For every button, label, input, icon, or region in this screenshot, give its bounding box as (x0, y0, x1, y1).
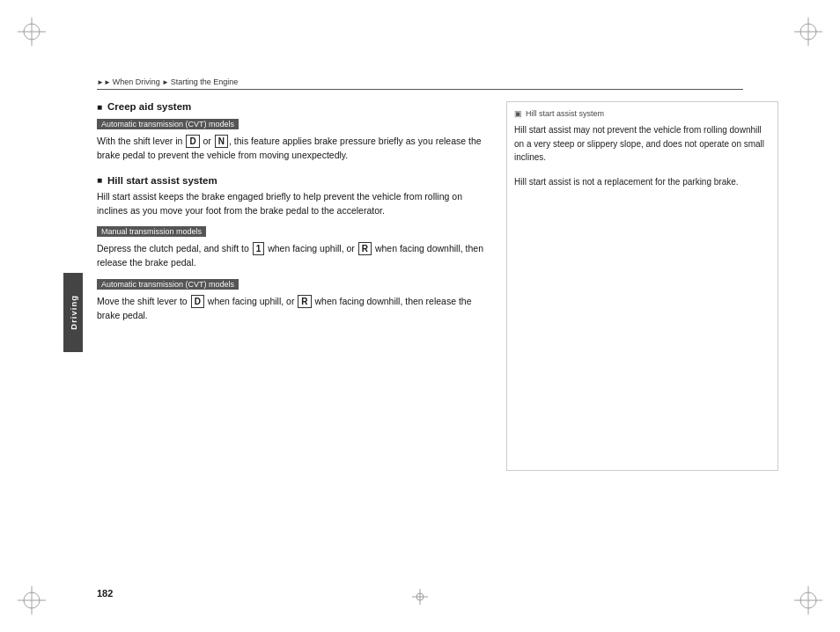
top-rule (97, 89, 743, 90)
hill-start-manual-badge: Manual transmission models (97, 226, 206, 237)
bottom-center-mark (411, 588, 429, 607)
side-tab-label: Driving (69, 295, 78, 330)
right-panel-inner: ▣ Hill start assist system Hill start as… (507, 102, 777, 206)
hill-start-title: Hill start assist system (97, 175, 493, 186)
hill-start-auto-badge: Automatic transmission (CVT) models (97, 279, 239, 290)
gear-D2: D (191, 295, 204, 308)
right-panel-note2: Hill start assist is not a replacement f… (514, 175, 770, 189)
gear-D1: D (186, 135, 199, 148)
hill-start-manual-text: Depress the clutch pedal, and shift to 1… (97, 241, 493, 270)
content-left: Creep aid system Automatic transmission … (97, 101, 493, 334)
creep-aid-badge: Automatic transmission (CVT) models (97, 119, 239, 129)
note-icon: ▣ (514, 109, 522, 118)
breadcrumb-part2: Starting the Engine (171, 77, 239, 86)
page: ►► When Driving ► Starting the Engine Dr… (0, 0, 840, 632)
creep-aid-section: Creep aid system Automatic transmission … (97, 101, 493, 163)
gear-N: N (215, 135, 228, 148)
breadcrumb: ►► When Driving ► Starting the Engine (97, 77, 238, 86)
page-number: 182 (97, 588, 113, 599)
corner-mark-tl (16, 16, 48, 48)
right-panel-note-title-text: Hill start assist system (526, 109, 604, 118)
breadcrumb-part1: When Driving (113, 77, 160, 86)
gear-R1: R (358, 242, 372, 255)
breadcrumb-arrow1: ►► (97, 78, 111, 86)
corner-mark-tr (792, 16, 824, 48)
gear-1: 1 (253, 242, 265, 255)
corner-mark-br (792, 584, 824, 616)
corner-mark-bl (16, 584, 48, 616)
right-panel-note-title: ▣ Hill start assist system (514, 109, 770, 118)
gear-R2: R (298, 295, 311, 308)
hill-start-section: Hill start assist system Hill start assi… (97, 175, 493, 323)
side-tab-driving: Driving (63, 273, 83, 352)
creep-aid-text: With the shift lever in D or N, this fea… (97, 134, 493, 163)
breadcrumb-arrow2: ► (162, 78, 169, 86)
hill-start-intro: Hill start assist keeps the brake engage… (97, 189, 493, 218)
content-right: ▣ Hill start assist system Hill start as… (506, 101, 778, 471)
creep-aid-title: Creep aid system (97, 101, 493, 112)
right-panel-note1: Hill start assist may not prevent the ve… (514, 123, 770, 165)
hill-start-auto-text: Move the shift lever to D when facing up… (97, 294, 493, 323)
